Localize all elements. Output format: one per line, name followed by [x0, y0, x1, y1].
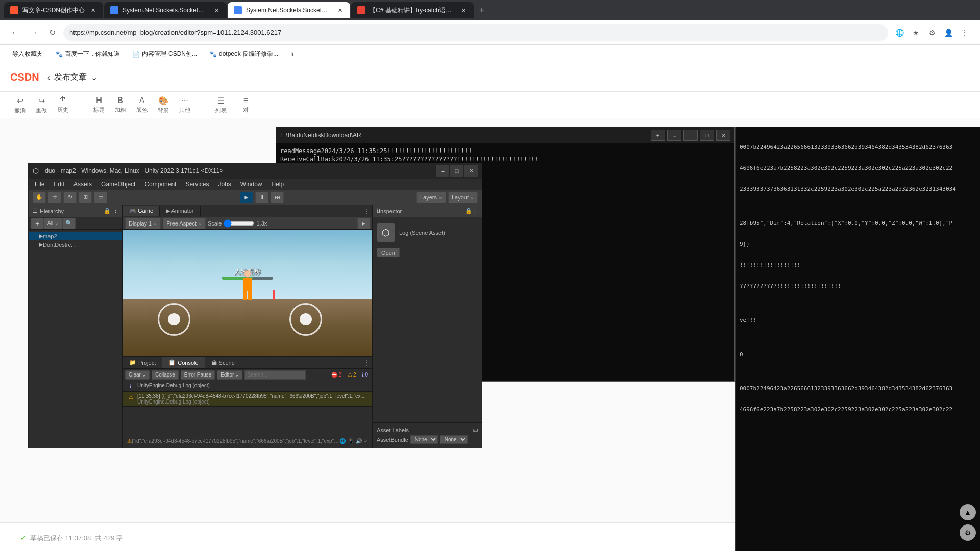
game-viewport[interactable]: Input Nav 7 Current Value: (0.00, 0.00) … [123, 230, 372, 356]
settings-button[interactable]: ⚙ [960, 524, 976, 541]
unity-menu-edit[interactable]: Edit [50, 180, 68, 189]
info-icon: ℹ [362, 372, 364, 378]
history-button[interactable]: ⏱ 历史 [53, 94, 72, 116]
browser-tab-1[interactable]: 写文章-CSDN创作中心 ✕ [4, 2, 103, 18]
console-editor-dropdown[interactable]: Editor ⌄ [217, 370, 242, 380]
new-tab-button[interactable]: + [475, 3, 489, 17]
unity-menu-file[interactable]: File [31, 180, 48, 189]
address-text: https://mp.csdn.net/mp_blog/creation/edi… [69, 29, 281, 36]
scale-slider[interactable] [224, 219, 254, 228]
tab-close-4[interactable]: ✕ [459, 6, 468, 14]
game-display-dropdown[interactable]: Display 1 ⌄ [125, 218, 161, 229]
tab-close-1[interactable]: ✕ [89, 6, 97, 14]
unity-move-tool[interactable]: ✛ [48, 192, 61, 203]
unity-play-button[interactable]: ► [240, 192, 253, 203]
browser-tab-4[interactable]: 【C# 基础精讲】try-catch语句写... ✕ [351, 2, 474, 18]
bold-button[interactable]: B 加粗 [111, 94, 130, 116]
inspector-lock-icon[interactable]: 🔒 [465, 208, 472, 214]
unity-console-tab[interactable]: 📋 Console [162, 357, 205, 368]
unity-menu-gameobject[interactable]: GameObject [97, 180, 139, 189]
unity-minimize-btn[interactable]: ‒ [436, 165, 449, 177]
bookmark-import[interactable]: 导入收藏夹 [8, 47, 47, 60]
asset-bundle-select-2[interactable]: None [440, 435, 468, 444]
unity-maximize-btn[interactable]: □ [450, 165, 463, 177]
hierarchy-item-dontdestrc[interactable]: ▶ DontDestrc... [29, 240, 122, 249]
bookmark-fi[interactable]: fi [286, 48, 298, 60]
other-button[interactable]: ··· 其他 [175, 94, 194, 116]
unity-animator-tab[interactable]: ▶ Animator [160, 206, 200, 216]
hierarchy-lock-icon[interactable]: 🔒 [104, 208, 111, 214]
color-button[interactable]: A 颜色 [132, 94, 152, 116]
browser-tab-3[interactable]: System.Net.Sockets.SocketExce... ✕ [228, 2, 350, 18]
terminal-close-btn[interactable]: ✕ [716, 130, 730, 141]
terminal-dropdown-btn[interactable]: ⌄ [667, 130, 681, 141]
terminal-plus-btn[interactable]: + [651, 130, 665, 141]
unity-menu-jobs[interactable]: Jobs [214, 180, 235, 189]
align-button[interactable]: ≡ 对 [239, 94, 253, 116]
unity-rotate-tool[interactable]: ↻ [63, 192, 77, 203]
unity-step-button[interactable]: ⏭ [271, 192, 284, 203]
profile-icon[interactable]: 👤 [941, 26, 955, 40]
scale-label: Scale [208, 220, 222, 227]
extensions-icon[interactable]: ⚙ [925, 26, 939, 40]
unity-layout-dropdown[interactable]: Layout ⌄ [448, 192, 478, 203]
unity-project-tab[interactable]: 📁 Project [123, 357, 162, 368]
star-icon[interactable]: ★ [909, 26, 923, 40]
hierarchy-menu-icon[interactable]: ⋮ [113, 208, 118, 214]
unity-game-tab[interactable]: 🎮 Game [123, 206, 160, 216]
bottom-more-icon[interactable]: ⋮ [363, 359, 370, 367]
unity-menu-component[interactable]: Component [140, 180, 180, 189]
unity-scene-tab[interactable]: 🏔 Scene [205, 358, 241, 368]
unity-menu-assets[interactable]: Assets [69, 180, 96, 189]
unity-menu-window[interactable]: Window [236, 180, 266, 189]
console-search-input[interactable] [244, 370, 306, 380]
inspector-open-button[interactable]: Open [377, 248, 400, 257]
tab-close-3[interactable]: ✕ [336, 6, 344, 14]
browser-tab-2[interactable]: System.Net.Sockets.SocketExce... ✕ [104, 2, 227, 18]
background-button[interactable]: 🎨 背景 [154, 94, 173, 116]
address-bar[interactable]: https://mp.csdn.net/mp_blog/creation/edi… [63, 24, 888, 41]
terminal-minimize-btn[interactable]: ‒ [683, 130, 698, 141]
terminal-controls: + ⌄ ‒ □ ✕ [651, 130, 730, 141]
hierarchy-add-btn[interactable]: + [31, 218, 44, 229]
asset-bundle-select-1[interactable]: None [410, 435, 438, 444]
list-button[interactable]: ☰ 列表 [211, 94, 231, 116]
view-more-icon[interactable]: ⋮ [363, 207, 370, 215]
redo-button[interactable]: ↪ 重做 [32, 94, 51, 116]
scroll-up-button[interactable]: ▲ [960, 504, 976, 520]
console-clear-dropdown[interactable]: Clear ⌄ [125, 370, 150, 380]
game-aspect-dropdown[interactable]: Free Aspect ⌄ [163, 218, 206, 229]
hierarchy-filter-dropdown[interactable]: All ⌄ [44, 218, 62, 229]
forward-button[interactable]: → [27, 26, 41, 40]
unity-hand-tool[interactable]: ✋ [33, 192, 46, 203]
hierarchy-search-btn[interactable]: 🔍 [62, 218, 76, 229]
game-play-dropdown[interactable]: ► [357, 218, 370, 229]
heading-button[interactable]: H 标题 [89, 94, 109, 116]
unity-close-btn[interactable]: ✕ [464, 165, 478, 177]
bookmark-baidu[interactable]: 🐾 百度一下，你就知道 [51, 47, 124, 60]
console-errorpause-btn[interactable]: Error Pause [181, 370, 215, 380]
asset-labels-icon[interactable]: 🏷 [472, 427, 478, 433]
console-item-1[interactable]: ℹ UnityEngine.Debug:Log (object) [123, 381, 372, 392]
console-item-2[interactable]: ⚠ [11:35:38] ({"id":"efa293cf-94d8-4548-… [123, 392, 372, 407]
hierarchy-item-map2[interactable]: ▶ map2 [29, 232, 122, 240]
console-collapse-btn[interactable]: Collapse [152, 370, 179, 380]
terminal-maximize-btn[interactable]: □ [700, 130, 714, 141]
tab-close-2[interactable]: ✕ [212, 6, 220, 14]
translate-icon[interactable]: 🌐 [892, 26, 906, 40]
bookmark-dotpeek[interactable]: 🐾 dotpeek 反编译修杂... [205, 47, 282, 60]
unity-rect-tool[interactable]: ▭ [94, 192, 107, 203]
unity-menu-help[interactable]: Help [267, 180, 288, 189]
hierarchy-panel: ☰ Hierarchy 🔒 ⋮ + All ⌄ 🔍 ▶ [29, 205, 123, 448]
unity-menu-services[interactable]: Services [181, 180, 213, 189]
undo-button[interactable]: ↩ 撤消 [10, 94, 30, 116]
menu-icon[interactable]: ⋮ [958, 26, 972, 40]
terminal-tab[interactable]: E:\BaiduNetdiskDownload\AR [280, 132, 649, 139]
unity-scale-tool[interactable]: ⊞ [79, 192, 92, 203]
unity-layers-dropdown[interactable]: Layers ⌄ [416, 192, 446, 203]
inspector-menu-icon[interactable]: ⋮ [472, 208, 478, 214]
unity-pause-button[interactable]: ⏸ [255, 192, 268, 203]
reload-button[interactable]: ↻ [45, 26, 59, 40]
back-button[interactable]: ← [8, 26, 22, 40]
bookmark-csdn[interactable]: 📄 内容管理-CSDN创... [128, 47, 201, 60]
